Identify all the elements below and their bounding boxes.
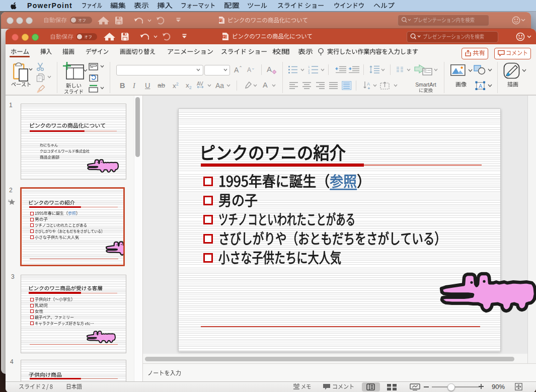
svg-text:AV: AV bbox=[197, 81, 203, 87]
svg-text:A: A bbox=[479, 83, 483, 89]
svg-text:3: 3 bbox=[308, 71, 310, 74]
svg-text:A: A bbox=[367, 82, 370, 87]
svg-text:1: 1 bbox=[308, 65, 310, 68]
svg-text:P: P bbox=[219, 19, 221, 22]
svg-text:P: P bbox=[223, 35, 225, 38]
